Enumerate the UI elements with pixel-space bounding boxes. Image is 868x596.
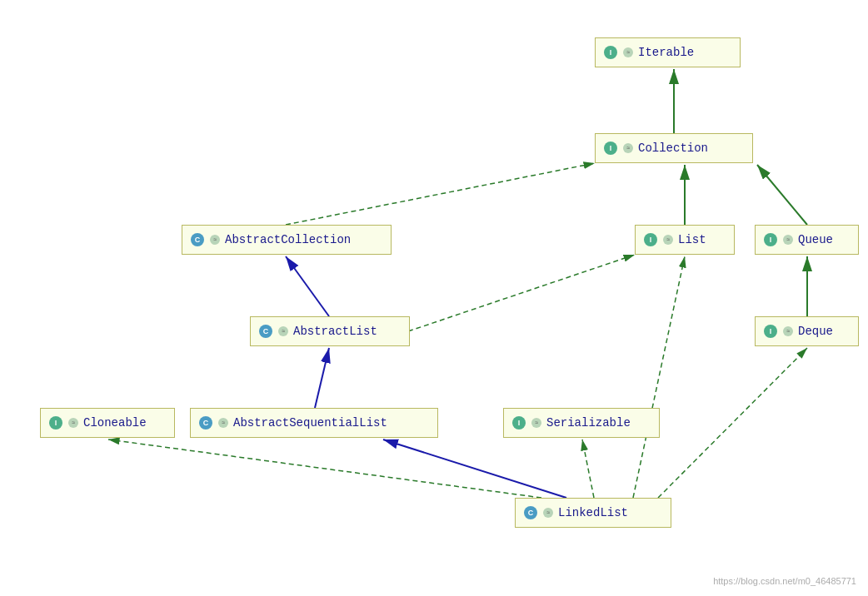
node-collection: I ≈ Collection bbox=[595, 133, 753, 163]
node-cloneable: I ≈ Cloneable bbox=[40, 408, 175, 438]
badge-small-linked-list: ≈ bbox=[543, 508, 553, 518]
badge-small-serializable: ≈ bbox=[531, 418, 541, 428]
node-queue: I ≈ Queue bbox=[755, 225, 859, 255]
badge-small-list: ≈ bbox=[663, 235, 673, 245]
node-serializable: I ≈ Serializable bbox=[503, 408, 660, 438]
badge-small-asl: ≈ bbox=[218, 418, 228, 428]
svg-line-6 bbox=[315, 348, 329, 408]
svg-line-3 bbox=[757, 165, 807, 225]
badge-queue: I bbox=[764, 233, 777, 246]
label-collection: Collection bbox=[638, 142, 708, 155]
node-abstract-list: C ≈ AbstractList bbox=[250, 316, 410, 346]
arrows-svg bbox=[0, 0, 868, 596]
svg-line-11 bbox=[633, 256, 685, 498]
badge-small-iterable: ≈ bbox=[623, 47, 633, 57]
badge-small-deque: ≈ bbox=[783, 326, 793, 336]
svg-line-12 bbox=[658, 348, 807, 498]
badge-iterable: I bbox=[604, 46, 617, 59]
node-list: I ≈ List bbox=[635, 225, 735, 255]
label-iterable: Iterable bbox=[638, 46, 694, 59]
badge-deque: I bbox=[764, 325, 777, 338]
badge-cloneable: I bbox=[49, 416, 62, 430]
badge-serializable: I bbox=[512, 416, 526, 430]
node-iterable: I ≈ Iterable bbox=[595, 37, 741, 67]
svg-line-9 bbox=[108, 440, 541, 498]
node-linked-list: C ≈ LinkedList bbox=[515, 498, 671, 528]
svg-line-8 bbox=[383, 440, 566, 498]
label-serializable: Serializable bbox=[546, 416, 631, 430]
node-deque: I ≈ Deque bbox=[755, 316, 859, 346]
svg-line-1 bbox=[286, 163, 595, 225]
badge-small-cloneable: ≈ bbox=[68, 418, 78, 428]
badge-small-abstract-collection: ≈ bbox=[210, 235, 220, 245]
badge-small-abstract-list: ≈ bbox=[278, 326, 288, 336]
svg-line-10 bbox=[582, 440, 594, 498]
label-linked-list: LinkedList bbox=[558, 506, 628, 519]
label-abstract-sequential-list: AbstractSequentialList bbox=[233, 416, 387, 430]
label-queue: Queue bbox=[798, 233, 833, 246]
node-abstract-sequential-list: C ≈ AbstractSequentialList bbox=[190, 408, 438, 438]
node-abstract-collection: C ≈ AbstractCollection bbox=[182, 225, 392, 255]
badge-abstract-list: C bbox=[259, 325, 272, 338]
label-list: List bbox=[678, 233, 706, 246]
diagram-container: I ≈ Iterable I ≈ Collection I ≈ List I ≈… bbox=[0, 0, 868, 596]
badge-collection: I bbox=[604, 142, 617, 155]
badge-list: I bbox=[644, 233, 657, 246]
label-abstract-list: AbstractList bbox=[293, 325, 377, 338]
label-abstract-collection: AbstractCollection bbox=[225, 233, 351, 246]
watermark: https://blog.csdn.net/m0_46485771 bbox=[713, 576, 856, 586]
badge-linked-list: C bbox=[524, 506, 537, 519]
label-deque: Deque bbox=[798, 325, 833, 338]
svg-line-4 bbox=[286, 256, 329, 316]
badge-abstract-sequential-list: C bbox=[199, 416, 212, 430]
badge-small-collection: ≈ bbox=[623, 143, 633, 153]
svg-line-5 bbox=[408, 255, 635, 331]
badge-small-queue: ≈ bbox=[783, 235, 793, 245]
badge-abstract-collection: C bbox=[191, 233, 204, 246]
label-cloneable: Cloneable bbox=[83, 416, 147, 430]
